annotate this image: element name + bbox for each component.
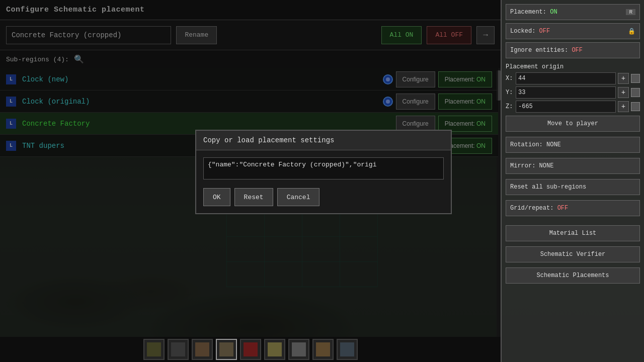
move-to-player-button[interactable]: Move to player	[506, 116, 640, 132]
dialog-ok-button[interactable]: OK	[203, 188, 230, 206]
dialog-title: Copy or load placement settings	[203, 136, 334, 144]
schematic-verifier-button[interactable]: Schematic Verifier	[506, 246, 640, 262]
material-list-section: Material List	[506, 225, 640, 243]
placement-r-icon: R	[626, 9, 635, 15]
placement-toggle-label: Placement: ON	[510, 9, 557, 16]
dialog-overlay: Copy or load placement settings {"name":…	[0, 0, 501, 362]
dialog-body: {"name":"Concrete Factory (cropped)","or…	[196, 150, 451, 213]
lock-icon: 🔒	[628, 28, 635, 35]
schematic-verifier-section: Schematic Verifier	[506, 246, 640, 264]
grid-repeat-section: Grid/repeat: OFF	[506, 200, 640, 218]
dialog-textarea[interactable]: {"name":"Concrete Factory (cropped)","or…	[203, 157, 444, 179]
y-plus-button[interactable]: +	[618, 87, 629, 98]
ignore-entities-button[interactable]: Ignore entities: OFF	[506, 42, 640, 58]
y-checkbox[interactable]	[631, 88, 640, 97]
schematic-placements-button[interactable]: Schematic Placements	[506, 267, 640, 284]
z-plus-button[interactable]: +	[618, 101, 629, 112]
z-checkbox[interactable]	[631, 102, 640, 111]
right-panel: Placement: ON R Locked: OFF 🔒 Ignore ent…	[501, 0, 644, 362]
dialog-cancel-button[interactable]: Cancel	[277, 188, 320, 206]
locked-toggle-label: Locked: OFF	[510, 28, 550, 35]
rotation-section: Rotation: NONE	[506, 137, 640, 155]
y-label: Y:	[506, 89, 514, 96]
reset-sub-regions-button[interactable]: Reset all sub-regions	[506, 179, 640, 195]
dialog-box: Copy or load placement settings {"name":…	[195, 130, 452, 214]
reset-sub-regions-section: Reset all sub-regions	[506, 179, 640, 197]
x-plus-button[interactable]: +	[618, 73, 629, 84]
locked-toggle-button[interactable]: Locked: OFF 🔒	[506, 23, 640, 39]
y-input[interactable]	[516, 86, 616, 99]
placement-origin-section: Placement origin X: + Y: + Z: +	[506, 63, 640, 113]
z-coord-row: Z: +	[506, 101, 640, 113]
placement-origin-header: Placement origin	[506, 63, 640, 70]
x-label: X:	[506, 75, 514, 82]
mirror-section: Mirror: NONE	[506, 158, 640, 176]
schematic-placements-section: Schematic Placements	[506, 267, 640, 286]
dialog-title-bar: Copy or load placement settings	[196, 131, 451, 150]
ignore-entities-section: Ignore entities: OFF	[506, 42, 640, 60]
dialog-reset-button[interactable]: Reset	[234, 188, 273, 206]
grid-repeat-button[interactable]: Grid/repeat: OFF	[506, 200, 640, 216]
placement-section: Placement: ON R	[506, 4, 640, 20]
placement-toggle-button[interactable]: Placement: ON R	[506, 4, 640, 20]
x-input[interactable]	[516, 72, 616, 84]
x-checkbox[interactable]	[631, 74, 640, 83]
material-list-button[interactable]: Material List	[506, 225, 640, 241]
z-input[interactable]	[516, 101, 616, 113]
mirror-button[interactable]: Mirror: NONE	[506, 158, 640, 174]
rotation-button[interactable]: Rotation: NONE	[506, 137, 640, 153]
dialog-buttons: OK Reset Cancel	[203, 188, 444, 206]
z-label: Z:	[506, 103, 514, 110]
locked-section: Locked: OFF 🔒	[506, 23, 640, 39]
x-coord-row: X: +	[506, 72, 640, 84]
move-to-player-section: Move to player	[506, 116, 640, 134]
y-coord-row: Y: +	[506, 86, 640, 99]
